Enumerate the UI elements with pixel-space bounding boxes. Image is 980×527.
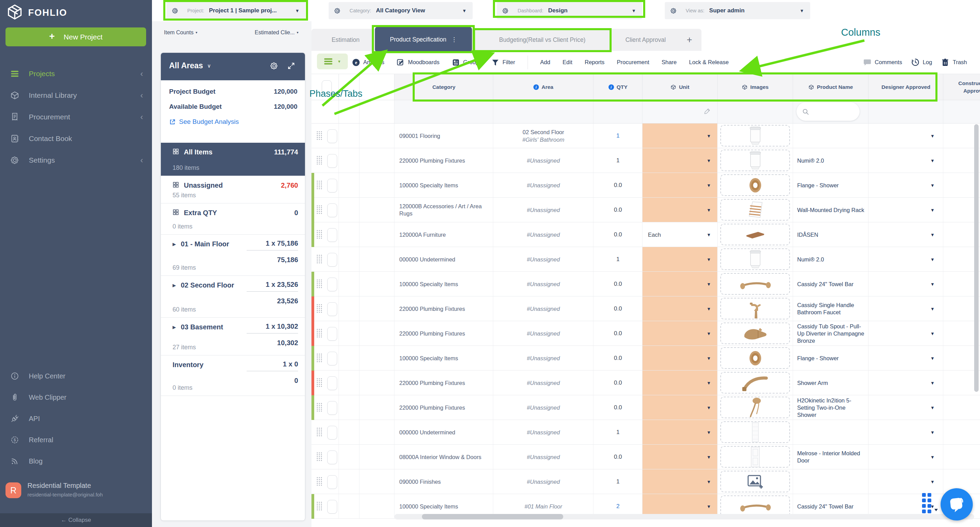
unit-dropdown-caret-icon[interactable]: ▼ [706,346,711,371]
product-image-placeholder[interactable] [720,248,790,270]
select-all-checkbox[interactable] [322,80,332,94]
designer-approved-caret-icon[interactable]: ▼ [930,272,974,296]
sidebar-item-settings[interactable]: Settings‹ [0,149,152,171]
qty-value[interactable]: 1 [593,148,643,173]
unit-dropdown-caret-icon[interactable]: ▼ [706,296,711,321]
unit-filter-pencil-icon[interactable] [704,108,711,116]
toolbar-share[interactable]: Share [662,59,677,65]
product-name-search-input[interactable] [797,102,860,121]
see-budget-analysis-link[interactable]: See Budget Analysis [169,118,239,126]
areas-settings-icon[interactable] [270,62,278,72]
product-image-placeholder[interactable] [720,471,790,492]
qty-value[interactable]: 0.0 [593,173,643,197]
sidebar-item-internal-library[interactable]: Internal Library‹ [0,84,152,106]
tab-menu-icon[interactable]: ⋮ [451,36,457,43]
product-image-placeholder[interactable] [720,150,790,171]
drag-handle-icon[interactable] [316,131,323,142]
unit-dropdown-caret-icon[interactable]: ▼ [706,395,711,420]
product-image-placeholder[interactable] [720,396,790,418]
designer-approved-caret-icon[interactable]: ▼ [930,247,974,272]
tab-budgeting-retail-vs-client-price[interactable]: Budgeting(Retail vs Client Price) [474,29,611,51]
unit-dropdown-caret-icon[interactable]: ▼ [706,272,711,296]
qty-value[interactable]: 1 [593,247,643,272]
qty-value[interactable]: 0.0 [593,197,643,222]
expand-icon[interactable] [287,62,295,72]
sidebar-footer-api[interactable]: API [0,408,152,429]
product-image-placeholder[interactable] [720,347,790,369]
area-group-unassigned[interactable]: Unassigned2,76055 items [161,176,305,204]
qty-value[interactable]: 0.0 [593,371,643,395]
drag-handle-icon[interactable] [316,180,323,191]
unit-dropdown-caret-icon[interactable]: ▼ [706,247,711,272]
row-checkbox[interactable] [327,451,337,464]
product-image-placeholder[interactable] [720,446,790,468]
drag-handle-icon[interactable] [316,155,323,167]
toolbar-edit[interactable]: Edit [563,59,572,65]
sidebar-item-projects[interactable]: Projects‹ [0,63,152,84]
row-checkbox[interactable] [327,179,337,193]
designer-approved-caret-icon[interactable]: ▼ [930,321,974,346]
add-tab-button[interactable]: + [687,29,692,51]
qty-value[interactable]: 0.0 [593,346,643,371]
qty-value[interactable]: 1 [593,124,643,148]
row-checkbox[interactable] [327,204,337,217]
row-checkbox[interactable] [327,500,337,514]
product-image-placeholder[interactable] [720,199,790,221]
designer-approved-caret-icon[interactable]: ▼ [930,420,974,445]
row-checkbox[interactable] [327,253,337,267]
unit-dropdown-caret-icon[interactable]: ▼ [706,371,711,395]
row-checkbox[interactable] [327,327,337,341]
category-selector[interactable]: Category:All Category View▼ [329,2,473,19]
designer-approved-caret-icon[interactable]: ▼ [930,346,974,371]
qty-value[interactable]: 0.0 [593,296,643,321]
drag-handle-icon[interactable] [316,501,323,513]
drag-handle-icon[interactable] [316,377,323,389]
product-image-placeholder[interactable] [720,125,790,146]
drag-handle-icon[interactable] [316,452,323,463]
qty-value[interactable]: 1 [593,470,643,494]
estimated-client-dropdown[interactable]: Estimated Clie...▾ [255,30,298,36]
toolbar-trash[interactable]: Trash [941,58,967,67]
qty-value[interactable]: 0.0 [593,222,643,247]
toolbar-add[interactable]: Add [540,59,550,65]
unit-dropdown-caret-icon[interactable]: ▼ [706,470,711,494]
product-image-placeholder[interactable] [720,298,790,319]
row-checkbox[interactable] [327,426,337,439]
drag-handle-icon[interactable] [316,204,323,216]
sidebar-footer-blog[interactable]: Blog [0,451,152,471]
toolbar-comments[interactable]: Comments [863,58,902,67]
unit-dropdown-caret-icon[interactable]: ▼ [706,321,711,346]
drag-handle-icon[interactable] [316,402,323,414]
toolbar-group[interactable]: Group [452,58,479,67]
qty-value[interactable]: 0.0 [593,395,643,420]
row-checkbox[interactable] [327,154,337,168]
area-group-03-basement[interactable]: ▶03 Basement1 x 10,30210,30227 items [161,318,305,355]
drag-handle-icon[interactable] [316,229,323,241]
all-areas-selector[interactable]: All Areas∨ [169,61,211,70]
row-checkbox[interactable] [327,352,337,365]
view-as-selector[interactable]: View as:Super admin▼ [665,2,810,19]
designer-approved-caret-icon[interactable]: ▼ [930,173,974,197]
unit-dropdown-caret-icon[interactable]: ▼ [706,173,711,197]
area-group-extra-qty[interactable]: Extra QTY00 items [161,204,305,235]
new-project-button[interactable]: + New Project [5,27,146,46]
qty-value[interactable]: 0.0 [593,445,643,470]
designer-approved-caret-icon[interactable]: ▼ [930,296,974,321]
product-image-placeholder[interactable] [720,421,790,443]
drag-handle-icon[interactable] [316,254,323,266]
qty-value[interactable]: 0.0 [593,321,643,346]
unit-dropdown-caret-icon[interactable]: ▼ [706,222,711,247]
sidebar-footer-web-clipper[interactable]: Web Clipper [0,387,152,408]
designer-approved-caret-icon[interactable]: ▼ [930,124,974,148]
vertical-scrollbar-thumb[interactable] [974,124,978,392]
widget-drag-handle[interactable] [922,493,938,516]
toolbar-log[interactable]: Log [911,58,932,67]
product-image-placeholder[interactable] [720,174,790,196]
drag-handle-icon[interactable] [316,279,323,290]
product-image-placeholder[interactable] [720,273,790,295]
toolbar-procurement[interactable]: Procurement [617,59,649,65]
item-counts-dropdown[interactable]: Item Counts▾ [164,30,197,36]
tab-client-approval[interactable]: Client Approval [612,29,679,51]
designer-approved-caret-icon[interactable]: ▼ [930,445,974,470]
toolbar-reports[interactable]: Reports [585,59,605,65]
